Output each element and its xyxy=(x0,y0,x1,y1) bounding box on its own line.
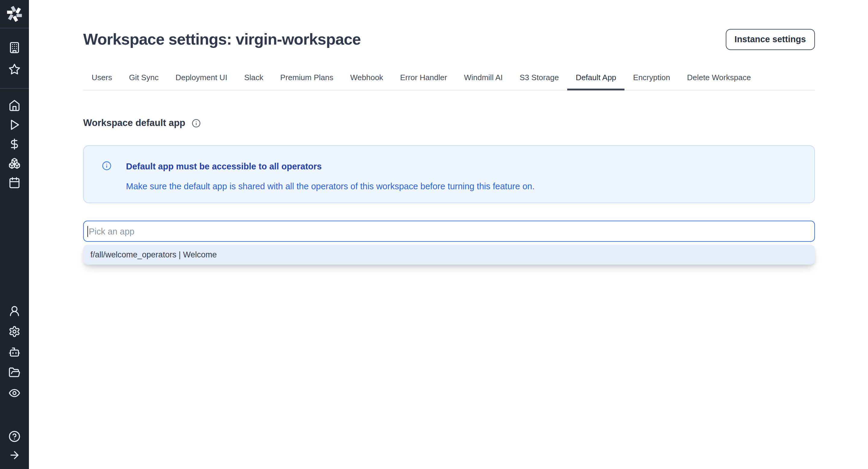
tab-premium-plans[interactable]: Premium Plans xyxy=(272,67,342,90)
sidebar-item-favorites[interactable] xyxy=(0,59,29,80)
windmill-app: Workspace settings: virgin-workspace Ins… xyxy=(0,0,868,469)
tab-error-handler[interactable]: Error Handler xyxy=(392,67,456,90)
star-icon xyxy=(8,63,21,75)
sidebar-item-workspace[interactable] xyxy=(0,37,29,59)
sidebar xyxy=(0,0,29,469)
windmill-logo-icon xyxy=(7,6,22,22)
alert-texts: Default app must be accessible to all op… xyxy=(126,160,535,192)
info-alert: Default app must be accessible to all op… xyxy=(83,145,815,203)
tab-slack[interactable]: Slack xyxy=(236,67,272,90)
sidebar-gap xyxy=(0,403,29,427)
sidebar-workspace-group xyxy=(0,28,29,88)
sidebar-item-resources[interactable] xyxy=(0,154,29,173)
sidebar-bottom-group xyxy=(0,427,29,464)
instance-settings-button[interactable]: Instance settings xyxy=(725,29,815,50)
app-picker-dropdown-option[interactable]: f/all/welcome_operators | Welcome xyxy=(83,245,815,264)
text-caret xyxy=(87,226,88,237)
sidebar-item-help[interactable] xyxy=(0,427,29,445)
app-picker-placeholder: Pick an app xyxy=(89,226,134,236)
sidebar-item-folders[interactable] xyxy=(0,362,29,383)
main-content: Workspace settings: virgin-workspace Ins… xyxy=(29,0,868,469)
home-icon xyxy=(8,99,21,112)
sidebar-item-account[interactable] xyxy=(0,301,29,321)
sidebar-spacer xyxy=(0,192,29,301)
eye-icon xyxy=(8,387,21,399)
section-heading: Workspace default app xyxy=(83,118,185,128)
sidebar-item-workers[interactable] xyxy=(0,342,29,362)
tab-delete-workspace[interactable]: Delete Workspace xyxy=(678,67,759,90)
sidebar-nav-group xyxy=(0,89,29,192)
dollar-icon xyxy=(8,138,21,150)
sidebar-item-settings[interactable] xyxy=(0,321,29,342)
settings-tabs: Users Git Sync Deployment UI Slack Premi… xyxy=(83,67,815,90)
tab-s3-storage[interactable]: S3 Storage xyxy=(511,67,567,90)
info-icon xyxy=(102,161,112,170)
tab-windmill-ai[interactable]: Windmill AI xyxy=(456,67,511,90)
sidebar-bottom-pad xyxy=(0,464,29,469)
header-row: Workspace settings: virgin-workspace Ins… xyxy=(83,28,815,50)
sidebar-item-variables[interactable] xyxy=(0,134,29,154)
windmill-logo[interactable] xyxy=(0,0,29,28)
sidebar-item-audit-logs[interactable] xyxy=(0,383,29,403)
sidebar-item-expand[interactable] xyxy=(0,445,29,464)
dropdown-option-label: f/all/welcome_operators | Welcome xyxy=(90,250,217,259)
calendar-icon xyxy=(8,177,21,189)
tab-default-app[interactable]: Default App xyxy=(567,67,624,90)
alert-body: Make sure the default app is shared with… xyxy=(126,180,535,192)
tab-users[interactable]: Users xyxy=(83,67,121,90)
tab-deployment-ui[interactable]: Deployment UI xyxy=(167,67,236,90)
user-icon xyxy=(8,305,21,317)
section-heading-row: Workspace default app xyxy=(83,118,815,128)
sidebar-item-home[interactable] xyxy=(0,96,29,115)
sidebar-item-schedules[interactable] xyxy=(0,173,29,192)
folder-open-icon xyxy=(8,367,21,379)
info-icon[interactable] xyxy=(192,119,201,127)
sidebar-item-runs[interactable] xyxy=(0,115,29,134)
help-circle-icon xyxy=(8,430,21,442)
boxes-icon xyxy=(8,157,21,169)
building-icon xyxy=(8,41,21,54)
alert-title: Default app must be accessible to all op… xyxy=(126,160,535,173)
page-title: Workspace settings: virgin-workspace xyxy=(83,30,361,49)
sidebar-admin-group xyxy=(0,301,29,403)
tab-encryption[interactable]: Encryption xyxy=(625,67,679,90)
tab-git-sync[interactable]: Git Sync xyxy=(121,67,167,90)
tab-webhook[interactable]: Webhook xyxy=(342,67,392,90)
arrow-right-icon xyxy=(8,449,21,461)
robot-icon xyxy=(8,346,21,358)
play-icon xyxy=(8,119,21,131)
settings-gear-icon xyxy=(8,325,21,338)
app-picker-input[interactable]: Pick an app xyxy=(83,221,815,242)
